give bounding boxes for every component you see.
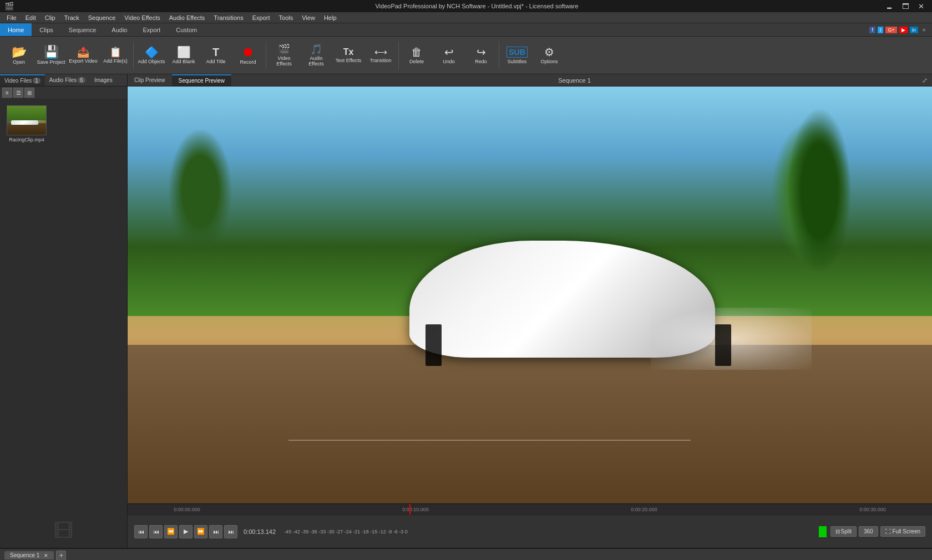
expand-preview-button[interactable]: ⤢ [918, 75, 932, 85]
rewind-button[interactable]: ⏪ [164, 525, 178, 538]
tab-sequence[interactable]: Sequence [61, 23, 104, 36]
text-effects-icon: Tx [343, 48, 354, 57]
transition-label: Transition [369, 58, 391, 63]
menu-video-effects[interactable]: Video Effects [120, 13, 164, 22]
video-effects-button[interactable]: 🎬 Video Effects [269, 39, 300, 72]
undo-label: Undo [443, 59, 455, 64]
add-files-button[interactable]: 📋 Add File(s) [100, 39, 131, 72]
record-button[interactable]: ⏺ Record [232, 39, 264, 72]
add-title-icon: T [212, 47, 219, 58]
menu-tools[interactable]: Tools [275, 13, 298, 22]
clip-preview-tab[interactable]: Clip Preview [128, 74, 172, 86]
add-sequence-button[interactable]: + [56, 551, 66, 561]
transition-button[interactable]: ⟷ Transition [365, 39, 396, 72]
menu-export[interactable]: Export [248, 13, 275, 22]
go-to-start-button[interactable]: ⏮ [134, 525, 148, 538]
split-icon: ⊟ [835, 528, 840, 534]
prev-frame-button[interactable]: ⏮ [149, 525, 163, 538]
sequence-preview-tab[interactable]: Sequence Preview [172, 74, 231, 86]
add-title-label: Add Title [206, 59, 225, 64]
split-button[interactable]: ⊟ Split [830, 526, 857, 537]
menu-view[interactable]: View [297, 13, 320, 22]
add-title-button[interactable]: T Add Title [200, 39, 231, 72]
add-blank-button[interactable]: ⬜ Add Blank [168, 39, 199, 72]
audio-effects-icon: 🎵 [310, 44, 322, 54]
tab-custom[interactable]: Custom [168, 23, 205, 36]
open-button[interactable]: 📂 Open [3, 39, 34, 72]
tree-3 [787, 108, 852, 274]
export-video-icon: 📤 [77, 47, 89, 57]
ruler-marks: 0:00:00.000 0:00:10.000 0:00:20.000 0:00… [130, 507, 930, 512]
menu-track[interactable]: Track [60, 13, 84, 22]
subtitles-button[interactable]: SUB Subtitles [502, 39, 533, 72]
sequence-tab[interactable]: Sequence 1 ✕ [4, 551, 54, 559]
undo-button[interactable]: ↩ Undo [433, 39, 464, 72]
menu-clip[interactable]: Clip [40, 13, 60, 22]
redo-button[interactable]: ↪ Redo [465, 39, 497, 72]
menu-audio-effects[interactable]: Audio Effects [165, 13, 210, 22]
left-panel: Video Files 1 Audio Files 6 Images ≡ ☰ ⊞… [0, 74, 128, 548]
panel-list-view-btn[interactable]: ≡ [2, 88, 12, 98]
audio-levels: -45 -42 -39 -36 -33 -30 -27 -24 -21 -18 … [284, 529, 814, 534]
playback-bar: ⏮ ⏮ ⏪ ▶ ⏩ ⏭ ⏭ 0:00:13.142 -45 -42 -39 -3… [128, 515, 932, 548]
delete-label: Delete [409, 59, 424, 64]
go-to-end-button[interactable]: ⏭ [224, 525, 237, 538]
media-item-label: RacingClip.mp4 [9, 137, 44, 142]
car-detail-1 [426, 324, 442, 366]
redo-label: Redo [475, 59, 487, 64]
level-label: -45 -42 -39 -36 -33 -30 -27 -24 -21 -18 … [284, 529, 408, 534]
empty-area-icon: 🎞 [0, 515, 127, 548]
panel-tab-audio-files[interactable]: Audio Files 6 [45, 74, 90, 86]
video-effects-label: Video Effects [270, 55, 298, 67]
social-icons: f t G+ ▶ in ≡ [869, 27, 932, 33]
tab-home[interactable]: Home [0, 23, 32, 36]
tab-clips[interactable]: Clips [32, 23, 60, 36]
next-frame-button[interactable]: ⏭ [209, 525, 222, 538]
ruler-mark-3 [473, 507, 587, 512]
export-video-label: Export Video [69, 58, 97, 64]
menu-sequence[interactable]: Sequence [84, 13, 120, 22]
media-thumbnail [7, 105, 47, 135]
ruler-mark-6: 0:00:30.000 [816, 507, 930, 512]
panel-grid-view-btn[interactable]: ⊞ [24, 88, 34, 98]
add-objects-button[interactable]: 🔷 Add Objects [136, 39, 167, 72]
main-area: Video Files 1 Audio Files 6 Images ≡ ☰ ⊞… [0, 74, 932, 548]
menu-file[interactable]: File [2, 13, 21, 22]
sequence-close-icon[interactable]: ✕ [44, 553, 48, 558]
save-project-icon: 💾 [44, 46, 59, 58]
add-files-label: Add File(s) [103, 58, 128, 64]
fast-forward-button[interactable]: ⏩ [194, 525, 207, 538]
audio-effects-button[interactable]: 🎵 Audio Effects [301, 39, 332, 72]
road [128, 345, 932, 503]
video-canvas [128, 86, 932, 503]
close-button[interactable]: ✕ [915, 2, 928, 11]
fullscreen-button[interactable]: ⛶ Full Screen [880, 526, 925, 537]
panel-detail-view-btn[interactable]: ☰ [13, 88, 23, 98]
export-video-button[interactable]: 📤 Export Video [68, 39, 99, 72]
panel-tab-images[interactable]: Images [90, 74, 117, 86]
text-effects-button[interactable]: Tx Text Effects [333, 39, 364, 72]
delete-button[interactable]: 🗑 Delete [401, 39, 432, 72]
menu-help[interactable]: Help [320, 13, 341, 22]
tab-audio[interactable]: Audio [104, 23, 135, 36]
minimize-button[interactable]: 🗕 [883, 2, 896, 11]
options-button[interactable]: ⚙ Options [534, 39, 565, 72]
panel-tabs: Video Files 1 Audio Files 6 Images [0, 74, 127, 86]
title-controls: 🗕 🗖 ✕ [883, 2, 928, 11]
add-objects-label: Add Objects [138, 59, 165, 64]
360-button[interactable]: 360 [859, 526, 878, 537]
menu-transitions[interactable]: Transitions [209, 13, 247, 22]
menu-edit[interactable]: Edit [21, 13, 40, 22]
maximize-button[interactable]: 🗖 [899, 2, 913, 11]
ruler-mark-0: 0:00:00.000 [130, 507, 244, 512]
view-controls: ⊟ Split 360 ⛶ Full Screen [830, 526, 926, 537]
ruler-mark-4: 0:00:20.000 [587, 507, 701, 512]
media-item-racing-clip[interactable]: RacingClip.mp4 [4, 103, 49, 145]
timecode-display: 0:00:13.142 [244, 528, 276, 535]
save-project-button[interactable]: 💾 Save Project [36, 39, 67, 72]
tab-export[interactable]: Export [135, 23, 168, 36]
delete-icon: 🗑 [411, 47, 422, 58]
toolbar-sep-3 [398, 42, 399, 69]
panel-tab-video-files[interactable]: Video Files 1 [0, 74, 45, 86]
play-button[interactable]: ▶ [179, 525, 193, 538]
